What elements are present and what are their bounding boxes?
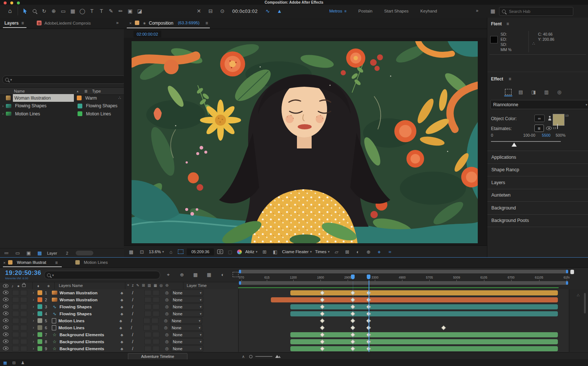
shy-fan-icon[interactable]: ♣ <box>121 291 123 295</box>
effect-tab-sliders-icon[interactable]: ▥ <box>543 88 550 96</box>
anchor-switch-icon[interactable]: ⌖ <box>127 283 129 287</box>
switch-cell[interactable] <box>153 311 159 316</box>
panel-grid-icon[interactable]: ▦ <box>488 7 498 15</box>
layer-color-swatch[interactable] <box>37 339 42 344</box>
parent-select[interactable]: None▾ <box>170 324 202 331</box>
mountain-zoom-icon[interactable] <box>275 355 281 358</box>
eye-column-icon[interactable] <box>3 284 8 288</box>
marquee-icon[interactable] <box>233 272 239 277</box>
parent-pickwhip-icon[interactable]: ◎ <box>164 325 168 330</box>
switch-cell[interactable] <box>151 325 158 330</box>
effect-item-background-poots[interactable]: Background Poots <box>487 215 588 227</box>
expand-chevron-icon[interactable]: › <box>0 104 6 108</box>
type-color-swatch[interactable] <box>78 104 82 108</box>
audio-cell[interactable] <box>12 290 19 295</box>
layer-stack-icon[interactable]: ≣ <box>84 89 87 94</box>
grid-tool-icon[interactable]: ▦ <box>68 7 78 15</box>
eraser-tool-icon[interactable]: ◪ <box>135 7 144 15</box>
tab-project[interactable]: AdobeLiedeml Comprois <box>44 21 91 25</box>
workspace-tab-start-shapes[interactable]: Start Shapes <box>378 5 414 17</box>
expand-chevron-icon[interactable]: › <box>30 291 37 295</box>
effect-tab-selection-icon[interactable] <box>505 89 512 95</box>
effect-tab-info-icon[interactable]: ◎ <box>556 88 563 96</box>
snapshot-grid-icon[interactable]: ▩ <box>128 248 135 255</box>
lock-column-icon[interactable] <box>22 283 26 288</box>
channel-select[interactable]: Abliz▾ <box>245 250 257 254</box>
parent-pickwhip-icon[interactable]: ◎ <box>164 318 168 323</box>
project-row[interactable]: ›Flowing ShapesFlowing Shapes <box>0 102 124 110</box>
effect-item-auntetwn[interactable]: Auntetwn <box>487 189 588 202</box>
adjust-icon[interactable]: ⊕ <box>365 248 372 255</box>
timeline-zoom-slider[interactable] <box>255 356 272 357</box>
timeline-menu-icon[interactable]: ≡ <box>55 260 58 265</box>
pixel-aspect-icon[interactable]: ▱ <box>333 248 340 255</box>
shy-fan-icon[interactable]: ♣ <box>119 326 122 330</box>
align-icon[interactable]: ⊟ <box>206 7 215 15</box>
grid-options-icon[interactable]: ⊞ <box>261 248 268 255</box>
channel-wheel-icon[interactable] <box>237 250 242 254</box>
switch-cell[interactable] <box>153 290 159 295</box>
expand-chevron-icon[interactable]: › <box>30 319 37 323</box>
solo-column-icon[interactable]: ● <box>15 283 21 289</box>
person-icon[interactable] <box>546 115 553 122</box>
target-icon[interactable]: ⌖ <box>376 248 383 255</box>
timeline-layer-row[interactable]: ›3∿Flowing Shapes♣/◎None▾ <box>0 303 238 311</box>
layer-visibility-eye-icon[interactable] <box>3 312 8 316</box>
effect-item-background[interactable]: Background <box>487 202 588 215</box>
expand-chevron-icon[interactable]: › <box>30 340 37 344</box>
parent-pickwhip-icon[interactable]: ◎ <box>165 297 169 302</box>
project-search[interactable]: ▾ <box>2 75 126 84</box>
adventure-timeline-button[interactable]: Adventure Timeline <box>128 353 187 360</box>
rasterize-slash-icon[interactable]: / <box>131 325 132 330</box>
layer-color-swatch[interactable] <box>37 325 42 330</box>
view-select[interactable]: Times▾ <box>315 250 329 254</box>
switch-cell[interactable] <box>153 339 159 344</box>
parent-pickwhip-icon[interactable]: ◎ <box>165 346 169 351</box>
thumbnail-view-icon[interactable]: ▭ <box>14 250 21 257</box>
parent-pickwhip-icon[interactable]: ◎ <box>165 332 169 337</box>
rotation-tool-icon[interactable]: ◯ <box>78 7 87 15</box>
workspace-tab-keyhand[interactable]: Keyhand <box>415 5 443 17</box>
layer-duration-bar[interactable] <box>290 311 558 316</box>
selection-tool-icon[interactable] <box>20 7 30 15</box>
switch-cell[interactable] <box>144 290 151 295</box>
time-ruler[interactable]: 0706151200180029053300490057055009610567… <box>238 274 570 280</box>
project-item-name[interactable]: Flowing Shapes <box>14 102 75 110</box>
viewer-menu-icon[interactable]: ≡ <box>205 21 208 26</box>
search-input[interactable] <box>508 9 570 14</box>
effect-panel-title[interactable]: Effect <box>491 76 503 82</box>
shy-fan-icon[interactable]: ♣ <box>119 319 122 323</box>
project-row[interactable]: ›Motion LinesMotion Lines <box>0 110 124 118</box>
no-color-swatch[interactable] <box>557 124 558 129</box>
expand-chevron-icon[interactable]: › <box>30 298 37 302</box>
expand-chevron-icon[interactable]: › <box>30 347 37 351</box>
lock-cell[interactable] <box>20 318 27 323</box>
chart-icon[interactable]: ▲ <box>275 7 284 15</box>
composition-mini-icon[interactable]: ▩ <box>36 250 43 257</box>
type-color-swatch[interactable] <box>77 96 82 100</box>
parent-pickwhip-icon[interactable]: ◎ <box>165 311 169 316</box>
smoother-icon[interactable]: ▩ <box>192 271 199 278</box>
layer-name[interactable]: Woman Illustration <box>60 291 118 295</box>
keyframe-diamond[interactable] <box>441 325 446 330</box>
effect-tab-masks-icon[interactable]: ▤ <box>517 88 524 96</box>
scale-current[interactable]: 5500 <box>542 133 551 137</box>
layer-name[interactable]: Motion Lines <box>58 319 117 323</box>
info-menu-icon[interactable]: ≡ <box>506 21 509 26</box>
layer-color-swatch[interactable] <box>37 346 42 351</box>
rasterize-slash-icon[interactable]: / <box>132 311 133 316</box>
timeline-search[interactable]: ▾ <box>44 271 160 279</box>
expand-chevron-icon[interactable]: › <box>30 326 37 330</box>
collapse-icon[interactable]: ∧ <box>240 354 246 359</box>
layers-name-column[interactable]: Layers Name <box>59 283 83 288</box>
layer-color-swatch[interactable] <box>37 311 42 316</box>
panel-menu-icon[interactable]: ≡ <box>21 21 24 26</box>
lock-cell[interactable] <box>20 346 27 351</box>
info-panel-title[interactable]: Ftent <box>491 21 502 26</box>
parent-select[interactable]: None▾ <box>170 317 202 324</box>
timeline-layer-row[interactable]: ›5Motion Lines♣/◎None▾ <box>0 317 238 324</box>
lock-cell[interactable] <box>20 332 27 337</box>
workspace-tab-postain[interactable]: Postain <box>352 5 378 17</box>
layer-name[interactable]: Flowing Shapes <box>60 312 118 316</box>
parent-select[interactable]: None▾ <box>171 290 203 296</box>
